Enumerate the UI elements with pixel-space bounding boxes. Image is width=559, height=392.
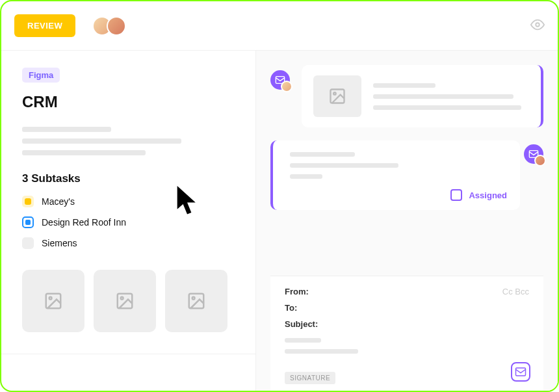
assigned-label: Assigned [469,190,507,200]
svg-point-6 [192,297,195,300]
svg-point-9 [333,92,336,95]
subtasks-heading: 3 Subtasks [22,172,235,185]
compose-panel: From: Cc Bcc To: Subject: SIGNATURE [270,276,543,391]
skeleton-line [373,105,521,110]
skeleton-line [285,338,321,343]
svg-point-0 [536,23,540,27]
subtask-label: Siemens [42,238,77,248]
tag-badge[interactable]: Figma [22,68,60,83]
signature-button[interactable]: SIGNATURE [285,372,335,384]
skeleton-line [22,138,181,144]
body: Figma CRM 3 Subtasks Macey's Design Red … [1,51,558,391]
svg-point-4 [121,297,124,300]
right-panel: Assigned From: Cc Bcc To: Subject: SIGNA… [256,51,558,391]
topbar: REVIEW [1,1,558,51]
skeleton-line [22,150,146,155]
visibility-icon[interactable] [530,18,545,34]
image-placeholder-icon [313,75,361,117]
skeleton-line [373,83,436,88]
skeleton-line [285,349,358,354]
from-label: From: [285,287,309,296]
checkbox-icon[interactable] [450,189,462,201]
subtask-label: Design Red Roof Inn [42,217,126,228]
image-thumb[interactable] [94,270,156,332]
skeleton-line [22,127,111,132]
avatar[interactable] [107,16,126,36]
subject-label: Subject: [285,319,318,329]
avatar-stack[interactable] [92,16,126,36]
skeleton-line [290,152,355,157]
checkbox-icon[interactable] [22,237,34,249]
page-title: CRM [22,93,235,111]
message-card[interactable]: Assigned [270,140,520,210]
skeleton-line [290,174,322,179]
image-thumb[interactable] [165,270,228,332]
assigned-row[interactable]: Assigned [290,189,507,201]
subtask-item[interactable]: Design Red Roof Inn [22,216,235,228]
checkbox-icon[interactable] [22,196,34,207]
message-card[interactable] [302,65,543,127]
skeleton-line [373,94,514,99]
skeleton-line [290,163,398,168]
mail-icon[interactable] [511,362,530,382]
divider [1,354,255,354]
mail-badge [270,70,290,90]
subtask-item[interactable]: Siemens [22,237,235,249]
to-label: To: [285,303,297,313]
svg-point-2 [49,297,52,300]
svg-rect-11 [516,368,526,376]
subtask-label: Macey's [42,196,75,207]
app-window: REVIEW Figma CRM 3 Subtasks Macey's Desi… [0,0,559,392]
subtask-item[interactable]: Macey's [22,196,235,207]
avatar [534,155,546,166]
image-thumb[interactable] [22,270,84,332]
cc-bcc[interactable]: Cc Bcc [502,287,529,296]
checkbox-icon[interactable] [22,216,34,228]
attachment-thumbs [22,270,235,332]
review-button[interactable]: REVIEW [14,14,75,37]
mail-badge [524,144,543,164]
left-panel: Figma CRM 3 Subtasks Macey's Design Red … [1,51,256,391]
avatar [281,81,292,92]
